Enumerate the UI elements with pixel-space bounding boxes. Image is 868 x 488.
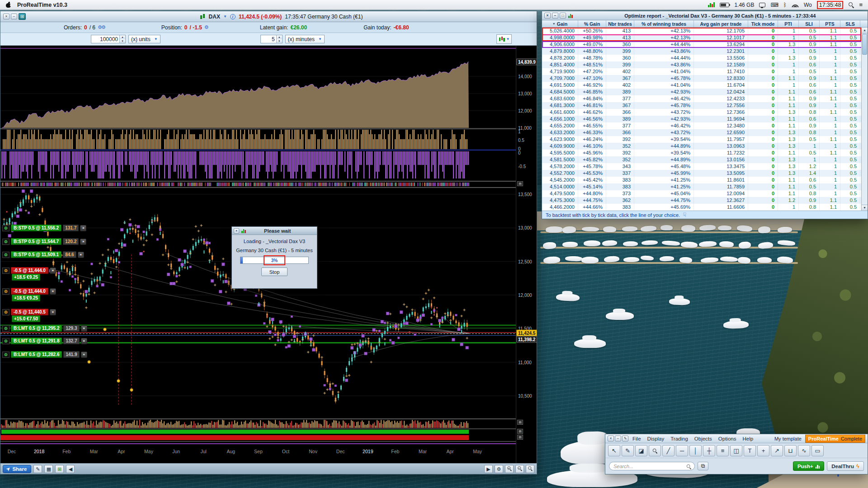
trendline-tool-icon[interactable]: ╱: [662, 445, 675, 456]
order-label[interactable]: B:STP 0.5 @ 11,509.1: [11, 251, 61, 258]
search-input-wrap[interactable]: [609, 462, 695, 470]
vertical-line-tool-icon[interactable]: │: [689, 445, 702, 456]
stop-button[interactable]: Stop: [261, 267, 288, 276]
optimize-result-row[interactable]: 4,595.5000+45.96%392+39.54%11.723201.10.…: [542, 150, 868, 156]
column-header-tick-mode[interactable]: Tick mode: [748, 20, 778, 27]
toolbox-minimize-button[interactable]: −: [615, 436, 621, 441]
order-gear-icon[interactable]: ⚙: [2, 239, 9, 245]
crosshair-tool-icon[interactable]: ┼: [703, 445, 715, 456]
toolbox-menu-trading[interactable]: Trading: [667, 436, 691, 441]
cancel-order-button[interactable]: ×: [50, 267, 56, 274]
optimize-result-row[interactable]: 4,581.5000+45.82%352+44.89%13.015601.311…: [542, 156, 868, 163]
notification-center-icon[interactable]: ≡: [859, 1, 863, 8]
toolbox-menu-display[interactable]: Display: [644, 436, 668, 441]
toolbox-close-button[interactable]: ×: [608, 436, 614, 441]
order-label[interactable]: -0.5 @ 11,444.0: [11, 288, 48, 295]
order-gear-icon[interactable]: ⚙: [2, 309, 9, 315]
optimize-result-row[interactable]: 4,878.2000+48.78%360+44.44%13.550601.30.…: [542, 55, 868, 61]
scroll-down-arrow[interactable]: ▼: [862, 205, 868, 211]
order-gear-icon[interactable]: ⚙: [2, 288, 9, 295]
optimize-result-row[interactable]: 4,709.7000+47.10%367+45.78%12.833001.10.…: [542, 75, 868, 82]
units-dropdown[interactable]: (x) units▼: [128, 35, 160, 43]
optimize-result-row[interactable]: 4,655.2000+46.55%377+46.42%12.348001.10.…: [542, 122, 868, 129]
spotlight-search-icon[interactable]: [848, 2, 854, 8]
timeframe-down-arrow[interactable]: ▼: [277, 39, 282, 43]
rectangle-tool-icon[interactable]: ▭: [811, 445, 824, 456]
column-header-avg-gain-per-trade[interactable]: Avg gain per trade: [694, 20, 748, 27]
panel-handle-chip[interactable]: ▤: [517, 420, 523, 425]
order-chip-row[interactable]: ⚙-0.5 @ 11,444.0+18.5 €9.25×: [2, 288, 56, 295]
scroll-right-button[interactable]: ▶: [484, 465, 493, 473]
zoom-reset-button[interactable]: [526, 465, 534, 473]
optimize-result-row[interactable]: 4,661.6000+46.62%366+43.72%12.736601.30.…: [542, 109, 868, 116]
optimize-result-row[interactable]: 4,514.0000+45.14%383+41.25%11.785901.10.…: [542, 183, 868, 190]
text-tool-icon[interactable]: T: [744, 445, 756, 456]
pointer-tool-icon[interactable]: ↖: [608, 445, 620, 456]
apple-menu-icon[interactable]: [5, 1, 11, 8]
toolbox-menu-help[interactable]: Help: [739, 436, 756, 441]
order-chip-row[interactable]: ⚙-0.5 @ 11,440.5+15.0 €7.50×: [2, 309, 56, 315]
optimize-maximize-button[interactable]: □: [560, 13, 566, 19]
order-gear-icon[interactable]: ⚙: [2, 325, 9, 332]
instrument-dropdown-arrow[interactable]: ▼: [223, 14, 227, 19]
column-header--gain[interactable]: % Gain: [578, 20, 606, 27]
position-settings-icon[interactable]: ⚙: [204, 24, 208, 30]
chart-style-button[interactable]: ▼: [496, 34, 512, 44]
quantity-up-arrow[interactable]: ▲: [120, 35, 125, 39]
panel-handle-chip[interactable]: ▤: [517, 181, 523, 186]
toolbox-menu-file[interactable]: File: [629, 436, 644, 441]
cancel-order-button[interactable]: ×: [80, 225, 86, 231]
order-gear-icon[interactable]: ⚙: [2, 267, 9, 274]
timeframe-up-arrow[interactable]: ▲: [277, 35, 282, 39]
optimize-result-row[interactable]: 5,026.4000+50.26%413+42.13%12.1705010.51…: [542, 28, 868, 34]
zoom-out-button[interactable]: −: [515, 465, 524, 473]
order-chip-row[interactable]: ⚙B:LMT 0.5 @ 11,295.2129.3×: [2, 325, 87, 332]
timeframe-stepper[interactable]: ▲▼: [260, 35, 283, 43]
wifi-menu-icon[interactable]: [792, 2, 799, 7]
panel-handle-chip[interactable]: ▤: [517, 435, 523, 440]
optimize-result-row[interactable]: 4,879.8000+48.80%399+43.86%12.2301010.51…: [542, 48, 868, 55]
instrument-info-icon[interactable]: i: [230, 14, 236, 19]
bluetooth-menu-icon[interactable]: ᛒ: [783, 2, 787, 8]
cancel-order-button[interactable]: ×: [50, 288, 56, 295]
column-header-sls[interactable]: SLS: [840, 20, 860, 27]
optimize-result-row[interactable]: 4,656.1000+46.56%389+42.93%11.969401.10.…: [542, 116, 868, 122]
user-menu-label[interactable]: Wo: [804, 2, 812, 8]
toolbox-menu-options[interactable]: Options: [715, 436, 740, 441]
optimize-result-row[interactable]: 4,466.2000+44.66%383+45.69%11.6606010.81…: [542, 204, 868, 211]
horizontal-line-tool-icon[interactable]: ─: [676, 445, 688, 456]
order-label[interactable]: -0.5 @ 11,440.5: [11, 309, 48, 315]
my-template-menu[interactable]: My template: [774, 436, 804, 441]
price-axis[interactable]: 14,00013,00012,00011,00010.500-0.513,500…: [516, 46, 537, 463]
optimize-result-row[interactable]: 4,719.9000+47.20%402+41.04%11.7410010.51…: [542, 68, 868, 75]
arrow-tool-icon[interactable]: ↗: [771, 445, 783, 456]
dealthru-button[interactable]: DealThru ϟ: [827, 461, 864, 471]
order-label[interactable]: -0.5 @ 11,444.0: [11, 267, 48, 274]
cancel-order-button[interactable]: ×: [81, 325, 87, 332]
order-chip-row[interactable]: ⚙B:STP 0.5 @ 11,556.2131.7×: [2, 225, 86, 231]
column-header-pts[interactable]: PTS: [820, 20, 840, 27]
column-header-gain[interactable]: ▼Gain: [542, 20, 578, 27]
optimize-result-row[interactable]: 4,609.9000+46.10%352+44.89%13.096301.311…: [542, 143, 868, 150]
search-input[interactable]: [613, 464, 684, 469]
optimize-table-header[interactable]: ▼Gain% GainNbr trades% of winning trades…: [542, 20, 868, 28]
minimize-window-button[interactable]: −: [11, 14, 17, 19]
optimize-result-row[interactable]: 4,633.2000+46.33%366+43.72%12.659001.30.…: [542, 129, 868, 136]
close-window-button[interactable]: ×: [3, 14, 9, 19]
optimize-result-row[interactable]: 4,684.5000+46.85%389+42.93%12.042401.10.…: [542, 89, 868, 95]
optimize-result-row[interactable]: 4,681.3000+46.81%367+45.78%12.755601.10.…: [542, 102, 868, 109]
scroll-up-arrow[interactable]: ▲: [862, 28, 868, 33]
zoom-in-button[interactable]: +: [505, 465, 514, 473]
chart-plot-area[interactable]: ⚙B:STP 0.5 @ 11,556.2131.7×⚙B:STP 0.5 @ …: [0, 46, 537, 463]
save-layout-icon[interactable]: ▦: [44, 465, 53, 473]
order-chip-row[interactable]: ⚙B:LMT 0.5 @ 11,291.8132.7×: [2, 338, 87, 344]
eraser-tool-icon[interactable]: ◪: [635, 445, 647, 456]
quantity-stepper[interactable]: ▲▼: [91, 35, 126, 43]
zoom-tool-icon[interactable]: [649, 445, 661, 456]
trash-tool-icon[interactable]: ⊔: [784, 445, 797, 456]
chart-tools-button[interactable]: ⚙: [495, 465, 503, 473]
optimize-titlebar[interactable]: × − □ Optimize report - _Vectorial Dax V…: [542, 11, 868, 20]
prorealtime-status-icon[interactable]: [708, 2, 715, 7]
panel-handle-chip[interactable]: ▤: [517, 429, 523, 434]
candlestick-tool-icon[interactable]: ◫: [730, 445, 742, 456]
